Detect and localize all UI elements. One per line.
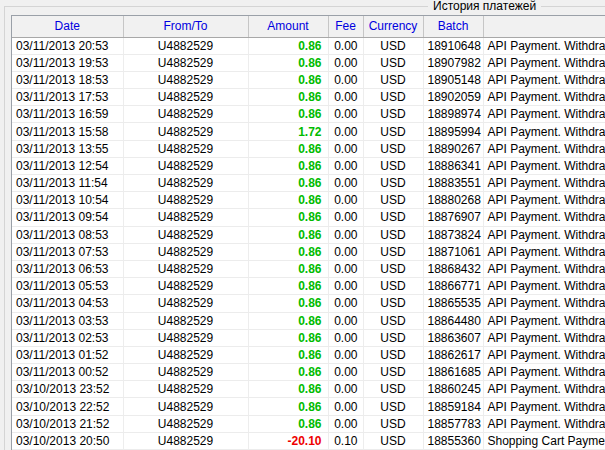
cell-batch: 18907982 <box>423 54 483 71</box>
cell-batch: 18895994 <box>423 123 483 140</box>
table-row[interactable]: 03/11/2013 16:59U48825290.860.00USD18898… <box>12 106 605 123</box>
cell-fee: 0.00 <box>328 157 363 174</box>
cell-amount: 0.86 <box>248 364 328 381</box>
cell-date: 03/10/2013 22:52 <box>12 398 123 415</box>
cell-description: API Payment. Withdraw <box>483 243 605 260</box>
cell-from-to: U4882529 <box>123 381 248 398</box>
cell-currency: USD <box>363 312 423 329</box>
cell-from-to: U4882529 <box>123 140 248 157</box>
cell-fee: 0.00 <box>328 54 363 71</box>
cell-amount: 1.72 <box>248 123 328 140</box>
cell-date: 03/11/2013 03:53 <box>12 312 123 329</box>
cell-fee: 0.10 <box>328 432 363 449</box>
cell-batch: 18873824 <box>423 226 483 243</box>
table-row[interactable]: 03/10/2013 22:52U48825290.860.00USD18859… <box>12 398 605 415</box>
cell-date: 03/10/2013 23:52 <box>12 381 123 398</box>
cell-date: 03/11/2013 07:53 <box>12 243 123 260</box>
cell-currency: USD <box>363 415 423 432</box>
cell-amount: 0.86 <box>248 398 328 415</box>
cell-batch: 18855360 <box>423 432 483 449</box>
cell-description: API Payment. Withdraw <box>483 209 605 226</box>
cell-amount: 0.86 <box>248 71 328 88</box>
table-row[interactable]: 03/11/2013 01:52U48825290.860.00USD18862… <box>12 346 605 363</box>
table-row[interactable]: 03/11/2013 08:53U48825290.860.00USD18873… <box>12 226 605 243</box>
cell-currency: USD <box>363 106 423 123</box>
cell-fee: 0.00 <box>328 346 363 363</box>
cell-currency: USD <box>363 432 423 449</box>
column-header-fee[interactable]: Fee <box>328 16 363 37</box>
table-row[interactable]: 03/11/2013 05:53U48825290.860.00USD18866… <box>12 278 605 295</box>
cell-fee: 0.00 <box>328 106 363 123</box>
cell-description: API Payment. Withdraw <box>483 398 605 415</box>
cell-fee: 0.00 <box>328 312 363 329</box>
table-row[interactable]: 03/10/2013 20:50U4882529-20.100.10USD188… <box>12 432 605 449</box>
table-row[interactable]: 03/10/2013 21:52U48825290.860.00USD18857… <box>12 415 605 432</box>
cell-from-to: U4882529 <box>123 37 248 54</box>
cell-fee: 0.00 <box>328 123 363 140</box>
cell-batch: 18861685 <box>423 364 483 381</box>
column-header-date[interactable]: Date <box>12 16 123 37</box>
cell-batch: 18876907 <box>423 209 483 226</box>
cell-date: 03/11/2013 20:53 <box>12 37 123 54</box>
cell-batch: 18883551 <box>423 175 483 192</box>
cell-description: API Payment. Withdraw <box>483 89 605 106</box>
table-row[interactable]: 03/11/2013 20:53U48825290.860.00USD18910… <box>12 37 605 54</box>
cell-description: API Payment. Withdraw <box>483 71 605 88</box>
table-row[interactable]: 03/11/2013 12:54U48825290.860.00USD18886… <box>12 157 605 174</box>
cell-amount: 0.86 <box>248 192 328 209</box>
cell-currency: USD <box>363 175 423 192</box>
cell-date: 03/11/2013 12:54 <box>12 157 123 174</box>
table-row[interactable]: 03/11/2013 17:53U48825290.860.00USD18902… <box>12 89 605 106</box>
cell-amount: 0.86 <box>248 346 328 363</box>
cell-from-to: U4882529 <box>123 346 248 363</box>
table-row[interactable]: 03/11/2013 06:53U48825290.860.00USD18868… <box>12 260 605 277</box>
table-row[interactable]: 03/11/2013 11:54U48825290.860.00USD18883… <box>12 175 605 192</box>
table-row[interactable]: 03/10/2013 23:52U48825290.860.00USD18860… <box>12 381 605 398</box>
table-row[interactable]: 03/11/2013 15:58U48825291.720.00USD18895… <box>12 123 605 140</box>
cell-fee: 0.00 <box>328 175 363 192</box>
table-row[interactable]: 03/11/2013 13:55U48825290.860.00USD18890… <box>12 140 605 157</box>
table-row[interactable]: 03/11/2013 03:53U48825290.860.00USD18864… <box>12 312 605 329</box>
table-row[interactable]: 03/11/2013 07:53U48825290.860.00USD18871… <box>12 243 605 260</box>
cell-fee: 0.00 <box>328 381 363 398</box>
cell-currency: USD <box>363 243 423 260</box>
cell-description: API Payment. Withdraw <box>483 157 605 174</box>
cell-date: 03/11/2013 15:58 <box>12 123 123 140</box>
column-header-description[interactable] <box>483 16 605 37</box>
table-row[interactable]: 03/11/2013 04:53U48825290.860.00USD18865… <box>12 295 605 312</box>
cell-description: API Payment. Withdraw <box>483 329 605 346</box>
cell-amount: 0.86 <box>248 381 328 398</box>
cell-batch: 18866771 <box>423 278 483 295</box>
cell-currency: USD <box>363 295 423 312</box>
cell-date: 03/11/2013 00:52 <box>12 364 123 381</box>
cell-amount: 0.86 <box>248 106 328 123</box>
cell-batch: 18886341 <box>423 157 483 174</box>
table-row[interactable]: 03/11/2013 18:53U48825290.860.00USD18905… <box>12 71 605 88</box>
column-header-amount[interactable]: Amount <box>248 16 328 37</box>
column-header-batch[interactable]: Batch <box>423 16 483 37</box>
cell-description: API Payment. Withdraw <box>483 260 605 277</box>
table-body: 03/11/2013 20:53U48825290.860.00USD18910… <box>12 37 605 450</box>
cell-amount: -20.10 <box>248 432 328 449</box>
payment-history-listview: Date From/To Amount Fee Currency Batch 0… <box>11 15 605 450</box>
cell-description: API Payment. Withdraw <box>483 37 605 54</box>
cell-currency: USD <box>363 260 423 277</box>
cell-from-to: U4882529 <box>123 192 248 209</box>
cell-currency: USD <box>363 71 423 88</box>
cell-from-to: U4882529 <box>123 54 248 71</box>
cell-fee: 0.00 <box>328 37 363 54</box>
cell-currency: USD <box>363 157 423 174</box>
column-header-from-to[interactable]: From/To <box>123 16 248 37</box>
table-row[interactable]: 03/11/2013 02:53U48825290.860.00USD18863… <box>12 329 605 346</box>
table-row[interactable]: 03/11/2013 00:52U48825290.860.00USD18861… <box>12 364 605 381</box>
table-row[interactable]: 03/11/2013 10:54U48825290.860.00USD18880… <box>12 192 605 209</box>
cell-amount: 0.86 <box>248 415 328 432</box>
cell-date: 03/11/2013 18:53 <box>12 71 123 88</box>
table-row[interactable]: 03/11/2013 19:53U48825290.860.00USD18907… <box>12 54 605 71</box>
cell-date: 03/10/2013 21:52 <box>12 415 123 432</box>
column-header-currency[interactable]: Currency <box>363 16 423 37</box>
table-row[interactable]: 03/11/2013 09:54U48825290.860.00USD18876… <box>12 209 605 226</box>
cell-amount: 0.86 <box>248 260 328 277</box>
cell-date: 03/10/2013 20:50 <box>12 432 123 449</box>
cell-description: API Payment. Withdraw <box>483 312 605 329</box>
